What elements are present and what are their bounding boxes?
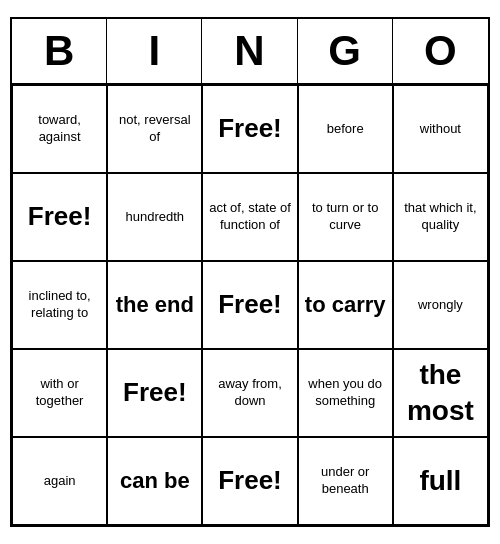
bingo-cell-23: under or beneath (298, 437, 393, 525)
bingo-cell-0: toward, against (12, 85, 107, 173)
header-letter-i: I (107, 19, 202, 83)
bingo-cell-13: to carry (298, 261, 393, 349)
bingo-cell-3: before (298, 85, 393, 173)
bingo-cell-12: Free! (202, 261, 297, 349)
bingo-cell-14: wrongly (393, 261, 488, 349)
bingo-cell-16: Free! (107, 349, 202, 437)
bingo-cell-24: full (393, 437, 488, 525)
bingo-cell-7: act of, state of function of (202, 173, 297, 261)
bingo-cell-20: again (12, 437, 107, 525)
bingo-cell-18: when you do something (298, 349, 393, 437)
bingo-header: BINGO (12, 19, 488, 85)
bingo-cell-10: inclined to, relating to (12, 261, 107, 349)
bingo-cell-17: away from, down (202, 349, 297, 437)
bingo-cell-21: can be (107, 437, 202, 525)
bingo-cell-11: the end (107, 261, 202, 349)
header-letter-b: B (12, 19, 107, 83)
bingo-card: BINGO toward, againstnot, reversal ofFre… (10, 17, 490, 527)
bingo-cell-9: that which it, quality (393, 173, 488, 261)
bingo-cell-8: to turn or to curve (298, 173, 393, 261)
bingo-cell-1: not, reversal of (107, 85, 202, 173)
bingo-grid: toward, againstnot, reversal ofFree!befo… (12, 85, 488, 525)
bingo-cell-19: the most (393, 349, 488, 437)
header-letter-o: O (393, 19, 488, 83)
bingo-cell-22: Free! (202, 437, 297, 525)
bingo-cell-6: hundredth (107, 173, 202, 261)
bingo-cell-5: Free! (12, 173, 107, 261)
bingo-cell-15: with or together (12, 349, 107, 437)
bingo-cell-4: without (393, 85, 488, 173)
header-letter-g: G (298, 19, 393, 83)
bingo-cell-2: Free! (202, 85, 297, 173)
header-letter-n: N (202, 19, 297, 83)
